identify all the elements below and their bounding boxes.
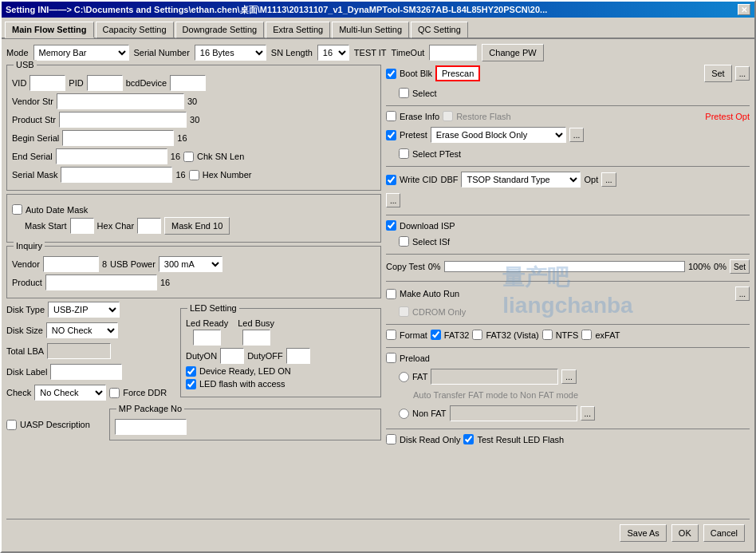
write-cid-extra-btn[interactable]: ... (601, 172, 616, 187)
change-pw-button[interactable]: Change PW (482, 44, 543, 61)
inq-vendor-input[interactable]: SMI (43, 256, 99, 272)
non-fat-input[interactable] (450, 405, 577, 421)
inq-product-input[interactable]: USB DISK (45, 275, 157, 290)
tab-qc[interactable]: QC Setting (411, 22, 468, 38)
disk-type-select[interactable]: USB-ZIP (48, 302, 120, 318)
mask-start-input[interactable]: 3 (70, 218, 94, 234)
close-button[interactable]: ✕ (738, 4, 750, 15)
mask-end-button[interactable]: Mask End 10 (164, 217, 230, 235)
disk-size-select[interactable]: NO Check (46, 322, 118, 338)
serial-mask-input[interactable]: AA################ (61, 167, 172, 183)
vendor-str-input[interactable]: SMI Corporation (57, 93, 184, 109)
inq-product-num: 16 (160, 278, 170, 287)
led-ready-input[interactable]: 3 (193, 330, 221, 346)
product-str-input[interactable]: USB DISK (59, 112, 187, 128)
non-fat-radio[interactable] (399, 409, 409, 419)
hex-char-label: Hex Char (97, 221, 134, 231)
right-panel: 量产吧liangchanba Boot Blk Prescan Set ... … (386, 65, 750, 515)
erase-info-checkbox[interactable] (386, 111, 396, 121)
fat32-vista-checkbox[interactable] (472, 330, 482, 340)
test-it-label: TEST IT (354, 48, 387, 57)
disk-read-only-checkbox[interactable] (386, 434, 396, 444)
bcd-input[interactable]: 1100 (170, 75, 206, 91)
select-ptest-checkbox[interactable] (399, 148, 409, 159)
save-as-button[interactable]: Save As (620, 524, 666, 542)
prescan-button[interactable]: Prescan (435, 65, 480, 81)
begin-serial-input[interactable]: AA00000000010835 (62, 130, 174, 146)
inq-vendor-label: Vendor (12, 259, 40, 269)
tab-capacity[interactable]: Capacity Setting (96, 22, 174, 38)
fat-extra-btn[interactable]: ... (561, 369, 576, 384)
boot-blk-extra-btn[interactable]: ... (735, 66, 750, 81)
pretest-checkbox[interactable] (386, 130, 396, 140)
end-serial-input[interactable]: AA04012799999999 (56, 148, 167, 164)
boot-blk-select-label: Select (412, 89, 437, 98)
tab-extra[interactable]: Extra Setting (266, 22, 330, 38)
cdrom-only-checkbox[interactable] (399, 306, 409, 317)
sn-length-select[interactable]: 16 (317, 45, 349, 61)
dbf-select[interactable]: TSOP Standard Type (461, 172, 581, 188)
boot-blk-checkbox[interactable] (386, 69, 396, 79)
fat-radio[interactable] (399, 372, 409, 382)
usb-power-select[interactable]: 300 mA (159, 256, 222, 272)
preload-checkbox[interactable] (386, 353, 396, 363)
copy-test-set-btn[interactable]: Set (730, 259, 750, 274)
vid-input[interactable]: 090C (30, 75, 65, 91)
select-ptest-label: Select PTest (412, 149, 461, 159)
force-ddr-checkbox[interactable] (109, 388, 120, 398)
mp-package-input[interactable]: M1107v1 (115, 419, 187, 435)
duty-off-input[interactable]: 0 (286, 348, 310, 364)
ntfs-checkbox[interactable] (542, 330, 553, 340)
write-cid-row: Write CID DBF TSOP Standard Type Opt ... (386, 172, 750, 188)
tab-main-flow[interactable]: Main Flow Setting (5, 22, 94, 38)
inquiry-row2: Product USB DISK 16 (12, 275, 376, 290)
restore-flash-checkbox[interactable] (443, 111, 453, 121)
auto-transfer-label: Auto Transfer FAT mode to Non FAT mode (413, 390, 578, 400)
boot-blk-select-checkbox[interactable] (399, 88, 409, 98)
exfat-checkbox[interactable] (581, 330, 592, 340)
inq-product-label: Product (12, 278, 42, 287)
test-result-led-checkbox[interactable] (463, 434, 474, 444)
check-select[interactable]: No Check (34, 385, 106, 401)
total-lba-input[interactable]: 0 (47, 343, 111, 359)
hex-number-checkbox[interactable] (189, 170, 199, 180)
format-checkbox[interactable] (386, 330, 396, 340)
copy-test-label: Copy Test (386, 262, 425, 271)
set-button[interactable]: Set (704, 65, 732, 82)
chk-sn-checkbox[interactable] (183, 152, 194, 162)
pretest-select[interactable]: Erase Good Block Only (431, 127, 566, 143)
auto-run-extra-btn[interactable]: ... (735, 286, 750, 301)
fat-input[interactable] (431, 369, 558, 385)
cancel-button[interactable]: Cancel (703, 524, 745, 542)
fat32-checkbox[interactable] (431, 330, 441, 340)
mode-select[interactable]: Memory Bar (33, 45, 129, 61)
tab-multi-lun[interactable]: Multi-lun Setting (332, 22, 409, 38)
auto-date-checkbox[interactable] (12, 204, 22, 215)
cdrom-only-row: CDROM Only (399, 306, 750, 317)
led-flash-checkbox[interactable] (186, 379, 196, 389)
non-fat-extra-btn[interactable]: ... (581, 406, 595, 421)
total-lba-label: Total LBA (6, 346, 44, 356)
disk-label-input[interactable]: USB DISK (50, 364, 122, 380)
mp-package-title: MP Package No (116, 404, 184, 413)
download-isp-checkbox[interactable] (386, 220, 396, 231)
ok-button[interactable]: OK (671, 524, 699, 542)
pid-input[interactable]: 1000 (87, 75, 123, 91)
serial-number-select[interactable]: 16 Bytes (195, 45, 266, 61)
tab-downgrade[interactable]: Downgrade Setting (175, 22, 265, 38)
write-cid-sub-btn[interactable]: ... (386, 193, 400, 207)
auto-run-checkbox[interactable] (386, 289, 396, 299)
device-ready-checkbox[interactable] (186, 366, 196, 377)
disk-type-label: Disk Type (6, 305, 45, 314)
uasp-checkbox[interactable] (6, 420, 17, 430)
copy-test-row: Copy Test 0% 100% 0% Set (386, 259, 750, 274)
auto-date-group: Auto Date Mask Mask Start 3 Hex Char Mas… (6, 194, 381, 243)
hex-char-input[interactable] (137, 218, 161, 234)
duty-on-input[interactable]: 0 (220, 348, 244, 364)
write-cid-checkbox[interactable] (386, 175, 396, 185)
select-isf-checkbox[interactable] (399, 236, 409, 247)
pretest-extra-btn[interactable]: ... (569, 128, 584, 142)
led-busy-input[interactable]: 48 (242, 330, 270, 346)
led-row2: DutyON 0 DutyOFF 0 (186, 348, 376, 364)
timeout-input[interactable]: 10000 (429, 45, 477, 61)
